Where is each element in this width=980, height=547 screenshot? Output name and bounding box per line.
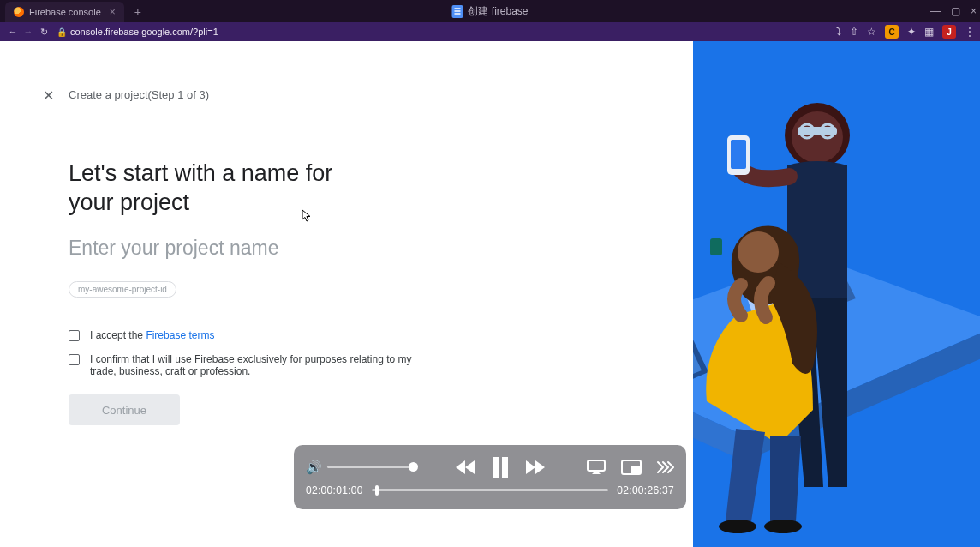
airplay-icon[interactable] (587, 460, 606, 475)
svg-rect-10 (798, 127, 837, 135)
project-id-chip: my-awesome-project-id (69, 281, 176, 298)
svg-point-15 (738, 231, 779, 273)
skip-forward-icon[interactable] (657, 460, 674, 475)
svg-rect-14 (731, 140, 746, 169)
svg-point-9 (792, 111, 843, 163)
nav-back-icon[interactable]: ← (5, 27, 21, 37)
document-icon (451, 5, 463, 18)
project-name-input[interactable] (69, 231, 377, 267)
window-close-icon[interactable]: × (971, 5, 977, 17)
svg-rect-5 (710, 238, 722, 255)
hero-illustration (693, 41, 980, 547)
nav-reload-icon[interactable]: ↻ (36, 27, 51, 38)
continue-button: Continue (69, 394, 180, 425)
timeline-thumb[interactable] (375, 485, 379, 496)
volume-slider[interactable] (327, 466, 413, 468)
share-icon[interactable]: ⇧ (850, 26, 858, 38)
video-player-overlay: 🔊 (294, 445, 686, 509)
volume-icon[interactable]: 🔊 (306, 460, 322, 475)
terms-checkbox[interactable] (69, 330, 80, 341)
browser-address-bar: ← → ↻ 🔒 console.firebase.google.com/?pli… (0, 22, 980, 41)
svg-point-16 (764, 520, 802, 533)
svg-rect-19 (502, 457, 508, 478)
picture-in-picture-icon[interactable] (621, 460, 642, 475)
apps-grid-icon[interactable]: ▦ (924, 26, 934, 38)
rewind-button[interactable] (456, 460, 476, 475)
svg-rect-22 (631, 466, 640, 473)
window-maximize-icon[interactable]: ▢ (951, 5, 960, 17)
svg-point-17 (719, 520, 756, 533)
playback-current-time: 02:00:01:00 (306, 484, 363, 496)
svg-rect-18 (493, 457, 499, 478)
url-field[interactable]: 🔒 console.firebase.google.com/?pli=1 (57, 27, 836, 37)
url-text: console.firebase.google.com/?pli=1 (70, 27, 218, 37)
extensions-puzzle-icon[interactable]: ✦ (907, 26, 916, 38)
page-content: ✕ Create a project(Step 1 of 3) Let's st… (0, 41, 980, 547)
terms-label: I accept the Firebase terms (90, 329, 214, 341)
bookmark-star-icon[interactable]: ☆ (867, 26, 876, 38)
business-use-checkbox[interactable] (69, 354, 80, 365)
browser-tab-active[interactable]: Firebase console × (5, 2, 124, 22)
window-title: 创建 firebase (451, 0, 528, 22)
window-minimize-icon[interactable]: — (930, 5, 941, 17)
browser-tabstrip: Firebase console × + 创建 firebase — ▢ × (0, 0, 980, 22)
nav-forward-icon: → (21, 27, 36, 37)
terms-label-pre: I accept the (90, 329, 146, 341)
pause-button[interactable] (492, 457, 509, 478)
fast-forward-button[interactable] (524, 460, 545, 475)
business-use-label: I confirm that I will use Firebase exclu… (90, 353, 428, 377)
overflow-menu-icon[interactable]: ⋮ (965, 26, 975, 38)
lock-icon: 🔒 (57, 27, 67, 37)
wizard-step-label: Create a project(Step 1 of 3) (69, 88, 209, 101)
new-tab-button[interactable]: + (129, 3, 146, 21)
playback-total-time: 02:00:26:37 (617, 484, 674, 496)
profile-avatar-icon[interactable]: J (942, 25, 956, 39)
close-wizard-button[interactable]: ✕ (43, 87, 54, 104)
extension-badge-icon[interactable]: C (885, 25, 899, 39)
volume-thumb[interactable] (409, 462, 418, 472)
page-heading: Let's start with a name for your project (69, 159, 351, 218)
tab-title: Firebase console (29, 7, 101, 17)
translate-icon[interactable]: ⤵ (836, 26, 841, 38)
firebase-favicon-icon (14, 7, 24, 17)
svg-rect-20 (588, 460, 605, 471)
window-title-text: 创建 firebase (468, 4, 528, 19)
playback-timeline[interactable] (372, 489, 609, 491)
tab-close-icon[interactable]: × (110, 6, 116, 18)
firebase-terms-link[interactable]: Firebase terms (146, 329, 214, 341)
